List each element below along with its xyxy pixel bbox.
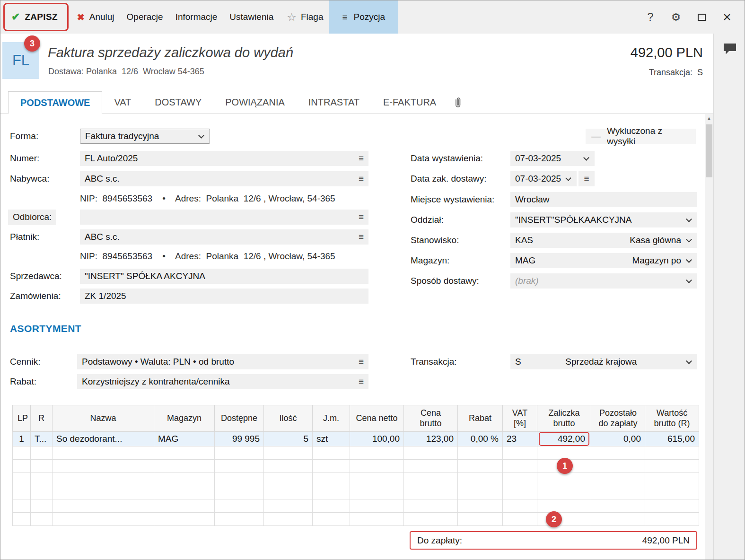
stanowisko-select[interactable]: KAS Kasa główna <box>510 233 697 248</box>
scroll-up-icon[interactable]: ▲ <box>705 116 713 121</box>
scrollbar-thumb[interactable] <box>706 124 712 177</box>
column-header-cena-netto[interactable]: Cena netto <box>350 405 404 432</box>
forma-value: Faktura tradycyjna <box>85 131 159 141</box>
comments-button[interactable] <box>723 42 737 57</box>
zamowienia-field[interactable]: ZK 1/2025 <box>80 289 368 304</box>
toolbar: ✔ ZAPISZ ✖ Anuluj Operacje Informacje Us… <box>0 0 745 34</box>
position-button[interactable]: ≡ Pozycja <box>329 0 398 34</box>
numer-options-icon[interactable]: ≡ <box>355 153 364 164</box>
column-header-magazyn[interactable]: Magazyn <box>154 405 215 432</box>
annotation-circle-2: 2 <box>546 511 562 527</box>
table-row-empty <box>13 486 699 499</box>
tab-powiazania[interactable]: POWIĄZANIA <box>213 91 297 114</box>
excluded-label: Wykluczona z wysyłki <box>607 126 690 147</box>
menu-information[interactable]: Informacje <box>175 12 218 22</box>
data-zak-options-button[interactable]: ≡ <box>578 171 595 186</box>
transakcja-select[interactable]: S Sprzedaż krajowa <box>510 354 697 369</box>
odbiorca-options-icon[interactable]: ≡ <box>355 212 364 222</box>
tab-vat[interactable]: VAT <box>102 91 143 114</box>
chevron-down-icon <box>686 358 692 364</box>
magazyn-label: Magazyn: <box>411 255 449 266</box>
cancel-button-label: Anuluj <box>89 12 114 22</box>
oddzial-select[interactable]: "INSERT"SPÓŁKAAKCYJNA <box>510 212 697 228</box>
attachment-button[interactable] <box>453 91 463 114</box>
sposob-dostawy-label: Sposób dostawy: <box>411 276 479 286</box>
tab-podstawowe[interactable]: PODSTAWOWE <box>8 91 102 114</box>
cell-vat: 23 <box>503 432 537 446</box>
column-header-pozostalo[interactable]: Pozostało do zapłaty <box>591 405 645 432</box>
vertical-scrollbar[interactable]: ▲ <box>705 114 713 560</box>
tab-efaktura[interactable]: E-FAKTURA <box>371 91 448 114</box>
window-controls: ? ⚙ × <box>638 4 740 30</box>
column-header-nazwa[interactable]: Nazwa <box>53 405 154 432</box>
cancel-button[interactable]: ✖ Anuluj <box>77 12 114 23</box>
menu-settings[interactable]: Ustawienia <box>229 12 273 22</box>
gear-icon: ⚙ <box>671 11 681 24</box>
column-header-jm[interactable]: J.m. <box>313 405 350 432</box>
column-header-lp[interactable]: LP <box>13 405 31 432</box>
column-header-vat[interactable]: VAT [%] <box>503 405 537 432</box>
cennik-options-icon[interactable]: ≡ <box>355 357 364 367</box>
rabat-field[interactable]: Korzystniejszy z kontrahenta/cennika ≡ <box>77 374 368 389</box>
cell-r: T... <box>31 432 53 446</box>
column-header-rabat[interactable]: Rabat <box>458 405 503 432</box>
data-zak-dostawy-select[interactable]: 07-03-2025 <box>510 171 577 186</box>
transakcja-name: Sprzedaż krajowa <box>521 357 681 367</box>
odbiorca-field[interactable]: ≡ <box>80 210 368 225</box>
save-button[interactable]: ✔ ZAPISZ <box>3 3 69 31</box>
total-amount: 492,00 PLN <box>631 45 703 61</box>
star-icon: ☆ <box>287 12 297 23</box>
position-button-label: Pozycja <box>354 12 386 22</box>
table-row-empty <box>13 460 699 473</box>
table-row-item-1[interactable]: 1 T... So dezodorant... MAG 99 995 5 szt… <box>13 432 699 446</box>
miejsce-field[interactable]: Wrocław <box>510 192 697 207</box>
close-button[interactable]: × <box>714 4 740 30</box>
platnik-details: NIP: 8945653563 • Adres: Polanka 12/6 , … <box>80 251 335 262</box>
sposob-dostawy-value: (brak) <box>515 276 539 286</box>
magazyn-select[interactable]: MAG Magazyn po <box>510 253 697 268</box>
tab-dostawy[interactable]: DOSTAWY <box>143 91 213 114</box>
annotation-box-zaliczka: 492,00 <box>539 432 589 446</box>
column-header-r[interactable]: R <box>31 405 53 432</box>
forma-select[interactable]: Faktura tradycyjna <box>80 129 210 144</box>
column-header-cena-brutto[interactable]: Cena brutto <box>404 405 458 432</box>
sprzedawca-field[interactable]: "INSERT" SPÓŁKA AKCYJNA <box>80 269 368 284</box>
platnik-options-icon[interactable]: ≡ <box>355 232 364 242</box>
cennik-value: Podstawowy • Waluta: PLN • od brutto <box>82 357 234 367</box>
data-zak-dostawy-label: Data zak. dostawy: <box>411 174 487 184</box>
column-header-zaliczka-brutto[interactable]: Zaliczka brutto <box>537 405 591 432</box>
tab-intrastat[interactable]: INTRASTAT <box>297 91 371 114</box>
chevron-down-icon <box>686 277 692 283</box>
numer-field[interactable]: FL Auto/2025 ≡ <box>80 151 368 166</box>
zamowienia-value: ZK 1/2025 <box>85 291 126 301</box>
data-wystawienia-select[interactable]: 07-03-2025 <box>510 151 595 166</box>
chevron-down-icon <box>686 216 692 222</box>
dash-icon: — <box>591 131 601 142</box>
cell-dostepne: 99 995 <box>215 432 264 446</box>
rabat-label: Rabat: <box>10 376 36 387</box>
nabywca-field[interactable]: ABC s.c. ≡ <box>80 171 368 186</box>
menu-operations[interactable]: Operacje <box>127 12 163 22</box>
numer-value: FL Auto/2025 <box>85 153 138 164</box>
amount-due-label: Do zapłaty: <box>417 535 462 546</box>
column-header-wartosc-brutto[interactable]: Wartość brutto (R) <box>645 405 699 432</box>
excluded-from-shipping-toggle[interactable]: — Wykluczona z wysyłki <box>586 129 696 144</box>
rabat-options-icon[interactable]: ≡ <box>355 376 364 387</box>
column-header-ilosc[interactable]: Ilość <box>264 405 313 432</box>
chevron-down-icon <box>686 236 692 243</box>
flag-button[interactable]: ☆ Flaga <box>287 12 323 23</box>
nabywca-options-icon[interactable]: ≡ <box>355 174 364 184</box>
cennik-field[interactable]: Podstawowy • Waluta: PLN • od brutto ≡ <box>77 354 368 369</box>
numer-label: Numer: <box>10 153 39 164</box>
oddzial-label: Oddział: <box>411 215 444 225</box>
save-button-label: ZAPISZ <box>25 12 57 22</box>
help-button[interactable]: ? <box>638 4 663 30</box>
odbiorca-label: Odbiorca: <box>8 210 56 225</box>
column-header-dostepne[interactable]: Dostępne <box>215 405 264 432</box>
sposob-dostawy-select[interactable]: (brak) <box>510 273 697 289</box>
flag-button-label: Flaga <box>301 12 324 22</box>
maximize-button[interactable] <box>689 4 714 30</box>
settings-button[interactable]: ⚙ <box>663 4 689 30</box>
platnik-field[interactable]: ABC s.c. ≡ <box>80 229 368 245</box>
cell-magazyn: MAG <box>154 432 215 446</box>
